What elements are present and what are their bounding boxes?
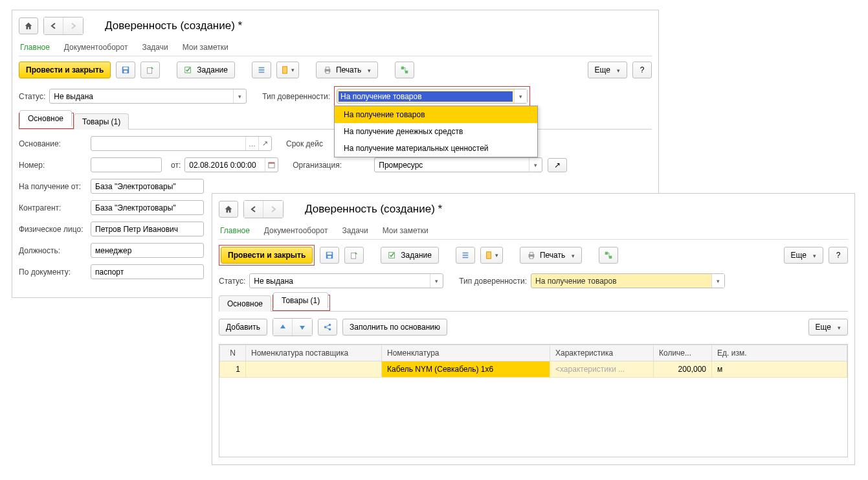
power-type-value: На получение товаров xyxy=(339,91,513,102)
person-field[interactable]: Петров Петр Иванович xyxy=(91,222,204,236)
tab-docflow[interactable]: Документооборот xyxy=(63,40,129,54)
svg-rect-13 xyxy=(405,71,408,73)
status-label-2: Статус: xyxy=(219,277,245,286)
more-button[interactable]: Еще xyxy=(588,62,627,78)
related-button-2[interactable] xyxy=(599,247,618,264)
home-button[interactable] xyxy=(19,17,38,34)
receive-from-label: На получение от: xyxy=(19,182,87,191)
svg-rect-29 xyxy=(529,257,533,259)
dropdown-opt-3[interactable]: На получение материальных ценностей xyxy=(335,140,537,157)
commit-close-button[interactable]: Провести и закрыть xyxy=(19,62,111,78)
svg-rect-7 xyxy=(259,72,265,73)
basis-label: Основание: xyxy=(19,139,87,148)
doc-field[interactable]: паспорт xyxy=(91,264,204,279)
tab-tasks[interactable]: Задачи xyxy=(140,40,169,54)
save-button-2[interactable] xyxy=(320,247,339,264)
status-dropdown-icon-2[interactable] xyxy=(430,274,443,288)
power-type-field-2[interactable]: На получение товаров xyxy=(531,273,725,288)
org-open-icon[interactable]: ↗ xyxy=(548,158,567,172)
col-qty[interactable]: Количе... xyxy=(654,345,712,361)
home-button-2[interactable] xyxy=(219,201,238,218)
org-dropdown-icon[interactable] xyxy=(529,158,542,172)
svg-rect-25 xyxy=(463,257,469,258)
col-unit[interactable]: Ед. изм. xyxy=(712,345,847,361)
forward-button[interactable] xyxy=(63,17,83,34)
status-field-2[interactable]: Не выдана xyxy=(249,273,443,288)
cell-supplier xyxy=(246,361,382,378)
help-button[interactable]: ? xyxy=(632,62,652,78)
task-label-2: Задание xyxy=(401,251,432,260)
tab-notes-2[interactable]: Мои заметки xyxy=(381,223,430,238)
cell-unit: м xyxy=(712,361,847,378)
subtab-goods[interactable]: Товары (1) xyxy=(74,113,129,130)
basis-open-icon[interactable]: ↗ xyxy=(258,137,271,150)
date-field[interactable]: 02.08.2016 0:00:00 xyxy=(184,157,278,172)
help-button-2[interactable]: ? xyxy=(829,247,848,264)
print-label: Печать xyxy=(336,65,361,74)
move-down-button[interactable] xyxy=(293,319,312,336)
add-button[interactable]: Добавить xyxy=(219,319,267,336)
col-char[interactable]: Характеристика xyxy=(550,345,654,361)
share-button[interactable] xyxy=(318,319,337,336)
post-button[interactable] xyxy=(140,62,160,78)
tab-notes[interactable]: Мои заметки xyxy=(181,40,230,54)
basis-input[interactable] xyxy=(91,139,245,148)
status-dropdown-icon[interactable] xyxy=(233,89,246,103)
subtab-goods-2[interactable]: Товары (1) xyxy=(273,292,328,308)
counterparty-field[interactable]: База "Электротовары" xyxy=(91,200,204,215)
basis-field[interactable]: … ↗ xyxy=(91,136,272,151)
list-button-2[interactable] xyxy=(456,247,475,264)
svg-rect-2 xyxy=(124,71,128,73)
cell-qty: 200,000 xyxy=(654,361,712,378)
from-label: от: xyxy=(171,161,181,170)
position-field[interactable]: менеджер xyxy=(91,243,204,258)
org-field[interactable]: Промресурс xyxy=(374,157,542,172)
topbar: Доверенность (создание) * xyxy=(19,17,652,35)
col-supplier[interactable]: Номенклатура поставщика xyxy=(246,345,382,361)
print-button[interactable]: Печать xyxy=(316,62,378,78)
subtab-main[interactable]: Основное xyxy=(19,110,72,126)
power-type-dropdown: На получение товаров На получение денежн… xyxy=(334,106,538,157)
col-n[interactable]: N xyxy=(220,345,246,361)
status-value-2: Не выдана xyxy=(250,277,430,286)
move-up-button[interactable] xyxy=(273,319,293,336)
tab-main-2[interactable]: Главное xyxy=(219,223,251,238)
attach-button-2[interactable]: ▾ xyxy=(480,247,503,264)
tab-docflow-2[interactable]: Документооборот xyxy=(263,223,329,238)
svg-rect-30 xyxy=(605,252,608,255)
commit-close-button-2[interactable]: Провести и закрыть xyxy=(221,247,313,264)
subtab-main-2[interactable]: Основное xyxy=(219,295,271,312)
list-button[interactable] xyxy=(252,62,271,78)
number-field[interactable] xyxy=(91,157,162,172)
dropdown-opt-2[interactable]: На получение денежных средств xyxy=(335,123,537,140)
forward-button-2[interactable] xyxy=(263,201,283,218)
task-button[interactable]: Задание xyxy=(177,62,235,78)
position-value: менеджер xyxy=(91,246,203,255)
tab-main[interactable]: Главное xyxy=(19,40,51,54)
col-nom[interactable]: Номенклатура xyxy=(382,345,550,361)
power-type-dropdown-icon[interactable] xyxy=(514,89,527,103)
receive-from-field[interactable]: База "Электротовары" xyxy=(91,179,204,194)
tab-tasks-2[interactable]: Задачи xyxy=(340,223,369,238)
power-type-dropdown-icon-2[interactable] xyxy=(711,274,724,288)
dropdown-opt-1[interactable]: На получение товаров xyxy=(335,106,537,123)
related-button[interactable] xyxy=(395,62,414,78)
svg-rect-23 xyxy=(463,253,469,254)
basis-select-icon[interactable]: … xyxy=(245,137,258,150)
back-button[interactable] xyxy=(44,17,63,34)
more-button-2[interactable]: Еще xyxy=(784,247,823,264)
print-button-2[interactable]: Печать xyxy=(520,247,582,264)
svg-rect-3 xyxy=(148,68,152,74)
fill-button[interactable]: Заполнить по основанию xyxy=(342,319,447,336)
status-field[interactable]: Не выдана xyxy=(49,89,247,104)
date-calendar-icon[interactable] xyxy=(265,158,278,172)
save-button[interactable] xyxy=(116,62,135,78)
attach-button[interactable]: ▾ xyxy=(276,62,299,78)
task-button-2[interactable]: Задание xyxy=(381,247,439,264)
table-row[interactable]: 1 Кабель NYM (Севкабель) 1х6 <характерис… xyxy=(220,361,847,378)
back-button-2[interactable] xyxy=(244,201,263,218)
post-button-2[interactable] xyxy=(344,247,364,264)
svg-rect-8 xyxy=(283,67,287,74)
goods-more-button[interactable]: Еще xyxy=(808,319,848,336)
power-type-field[interactable]: На получение товаров xyxy=(337,89,528,104)
